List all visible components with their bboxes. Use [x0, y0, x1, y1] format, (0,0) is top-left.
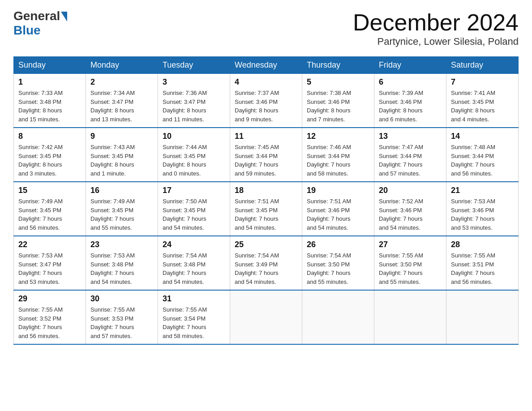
day-number: 2 — [90, 77, 153, 87]
day-number: 19 — [307, 186, 369, 195]
day-number: 3 — [163, 77, 225, 87]
day-cell — [374, 290, 446, 344]
day-info: Sunrise: 7:55 AMSunset: 3:51 PMDaylight:… — [451, 251, 514, 286]
day-cell: 1Sunrise: 7:33 AMSunset: 3:48 PMDaylight… — [14, 74, 86, 128]
day-cell — [302, 290, 374, 344]
day-cell: 13Sunrise: 7:47 AMSunset: 3:44 PMDayligh… — [374, 128, 446, 182]
day-info: Sunrise: 7:48 AMSunset: 3:44 PMDaylight:… — [451, 143, 514, 178]
day-info: Sunrise: 7:55 AMSunset: 3:54 PMDaylight:… — [163, 305, 225, 340]
page-header: General Blue December 2024 Partynice, Lo… — [13, 9, 519, 47]
day-info: Sunrise: 7:54 AMSunset: 3:50 PMDaylight:… — [307, 251, 369, 286]
day-cell: 21Sunrise: 7:53 AMSunset: 3:46 PMDayligh… — [446, 182, 519, 236]
day-info: Sunrise: 7:44 AMSunset: 3:45 PMDaylight:… — [163, 143, 225, 178]
day-info: Sunrise: 7:53 AMSunset: 3:46 PMDaylight:… — [451, 197, 514, 232]
day-cell: 19Sunrise: 7:51 AMSunset: 3:46 PMDayligh… — [302, 182, 374, 236]
calendar-table: SundayMondayTuesdayWednesdayThursdayFrid… — [13, 56, 519, 345]
day-info: Sunrise: 7:54 AMSunset: 3:49 PMDaylight:… — [235, 251, 297, 286]
day-cell — [230, 290, 302, 344]
day-cell: 26Sunrise: 7:54 AMSunset: 3:50 PMDayligh… — [302, 236, 374, 290]
title-section: December 2024 Partynice, Lower Silesia, … — [353, 9, 519, 47]
week-row-2: 8Sunrise: 7:42 AMSunset: 3:45 PMDaylight… — [14, 128, 519, 182]
day-number: 30 — [90, 294, 153, 304]
month-title: December 2024 — [353, 9, 519, 36]
day-cell: 25Sunrise: 7:54 AMSunset: 3:49 PMDayligh… — [230, 236, 302, 290]
location-title: Partynice, Lower Silesia, Poland — [353, 36, 519, 47]
day-number: 29 — [18, 294, 81, 304]
day-info: Sunrise: 7:33 AMSunset: 3:48 PMDaylight:… — [18, 89, 81, 124]
day-info: Sunrise: 7:53 AMSunset: 3:47 PMDaylight:… — [18, 251, 81, 286]
day-info: Sunrise: 7:36 AMSunset: 3:47 PMDaylight:… — [163, 89, 225, 124]
day-number: 20 — [379, 186, 442, 195]
day-number: 1 — [18, 77, 81, 87]
calendar-body: 1Sunrise: 7:33 AMSunset: 3:48 PMDaylight… — [14, 74, 519, 345]
day-number: 9 — [90, 132, 153, 141]
day-cell — [446, 290, 519, 344]
day-info: Sunrise: 7:41 AMSunset: 3:45 PMDaylight:… — [451, 89, 514, 124]
day-number: 24 — [163, 240, 225, 249]
day-info: Sunrise: 7:47 AMSunset: 3:44 PMDaylight:… — [379, 143, 442, 178]
day-cell: 30Sunrise: 7:55 AMSunset: 3:53 PMDayligh… — [86, 290, 158, 344]
day-cell: 3Sunrise: 7:36 AMSunset: 3:47 PMDaylight… — [158, 74, 230, 128]
header-friday: Friday — [374, 57, 446, 74]
week-row-4: 22Sunrise: 7:53 AMSunset: 3:47 PMDayligh… — [14, 236, 519, 290]
day-cell: 28Sunrise: 7:55 AMSunset: 3:51 PMDayligh… — [446, 236, 519, 290]
day-cell: 14Sunrise: 7:48 AMSunset: 3:44 PMDayligh… — [446, 128, 519, 182]
logo: General Blue — [13, 9, 67, 38]
day-info: Sunrise: 7:43 AMSunset: 3:45 PMDaylight:… — [90, 143, 153, 178]
day-number: 15 — [18, 186, 81, 195]
day-number: 31 — [163, 294, 225, 304]
week-row-3: 15Sunrise: 7:49 AMSunset: 3:45 PMDayligh… — [14, 182, 519, 236]
logo-blue-text: Blue — [13, 23, 41, 38]
day-info: Sunrise: 7:54 AMSunset: 3:48 PMDaylight:… — [163, 251, 225, 286]
day-cell: 12Sunrise: 7:46 AMSunset: 3:44 PMDayligh… — [302, 128, 374, 182]
day-cell: 5Sunrise: 7:38 AMSunset: 3:46 PMDaylight… — [302, 74, 374, 128]
day-number: 25 — [235, 240, 297, 249]
week-row-1: 1Sunrise: 7:33 AMSunset: 3:48 PMDaylight… — [14, 74, 519, 128]
day-cell: 24Sunrise: 7:54 AMSunset: 3:48 PMDayligh… — [158, 236, 230, 290]
day-cell: 10Sunrise: 7:44 AMSunset: 3:45 PMDayligh… — [158, 128, 230, 182]
day-cell: 23Sunrise: 7:53 AMSunset: 3:48 PMDayligh… — [86, 236, 158, 290]
day-cell: 6Sunrise: 7:39 AMSunset: 3:46 PMDaylight… — [374, 74, 446, 128]
day-info: Sunrise: 7:37 AMSunset: 3:46 PMDaylight:… — [235, 89, 297, 124]
header-row: SundayMondayTuesdayWednesdayThursdayFrid… — [14, 57, 519, 74]
day-cell: 22Sunrise: 7:53 AMSunset: 3:47 PMDayligh… — [14, 236, 86, 290]
day-cell: 2Sunrise: 7:34 AMSunset: 3:47 PMDaylight… — [86, 74, 158, 128]
day-number: 17 — [163, 186, 225, 195]
day-info: Sunrise: 7:42 AMSunset: 3:45 PMDaylight:… — [18, 143, 81, 178]
header-thursday: Thursday — [302, 57, 374, 74]
day-info: Sunrise: 7:46 AMSunset: 3:44 PMDaylight:… — [307, 143, 369, 178]
logo-general-text: General — [13, 9, 60, 23]
day-number: 12 — [307, 132, 369, 141]
day-info: Sunrise: 7:55 AMSunset: 3:50 PMDaylight:… — [379, 251, 442, 286]
day-cell: 8Sunrise: 7:42 AMSunset: 3:45 PMDaylight… — [14, 128, 86, 182]
header-sunday: Sunday — [14, 57, 86, 74]
day-number: 28 — [451, 240, 514, 249]
day-cell: 18Sunrise: 7:51 AMSunset: 3:45 PMDayligh… — [230, 182, 302, 236]
header-saturday: Saturday — [446, 57, 519, 74]
day-info: Sunrise: 7:49 AMSunset: 3:45 PMDaylight:… — [90, 197, 153, 232]
day-number: 4 — [235, 77, 297, 87]
day-info: Sunrise: 7:50 AMSunset: 3:45 PMDaylight:… — [163, 197, 225, 232]
day-number: 16 — [90, 186, 153, 195]
day-info: Sunrise: 7:53 AMSunset: 3:48 PMDaylight:… — [90, 251, 153, 286]
day-cell: 17Sunrise: 7:50 AMSunset: 3:45 PMDayligh… — [158, 182, 230, 236]
day-info: Sunrise: 7:45 AMSunset: 3:44 PMDaylight:… — [235, 143, 297, 178]
day-number: 27 — [379, 240, 442, 249]
day-number: 10 — [163, 132, 225, 141]
day-info: Sunrise: 7:51 AMSunset: 3:46 PMDaylight:… — [307, 197, 369, 232]
day-cell: 15Sunrise: 7:49 AMSunset: 3:45 PMDayligh… — [14, 182, 86, 236]
day-number: 21 — [451, 186, 514, 195]
day-cell: 16Sunrise: 7:49 AMSunset: 3:45 PMDayligh… — [86, 182, 158, 236]
day-number: 8 — [18, 132, 81, 141]
day-number: 23 — [90, 240, 153, 249]
day-number: 18 — [235, 186, 297, 195]
day-info: Sunrise: 7:49 AMSunset: 3:45 PMDaylight:… — [18, 197, 81, 232]
day-cell: 9Sunrise: 7:43 AMSunset: 3:45 PMDaylight… — [86, 128, 158, 182]
day-info: Sunrise: 7:38 AMSunset: 3:46 PMDaylight:… — [307, 89, 369, 124]
week-row-5: 29Sunrise: 7:55 AMSunset: 3:52 PMDayligh… — [14, 290, 519, 344]
day-info: Sunrise: 7:55 AMSunset: 3:52 PMDaylight:… — [18, 305, 81, 340]
day-number: 6 — [379, 77, 442, 87]
calendar-header: SundayMondayTuesdayWednesdayThursdayFrid… — [14, 57, 519, 74]
day-number: 22 — [18, 240, 81, 249]
day-info: Sunrise: 7:52 AMSunset: 3:46 PMDaylight:… — [379, 197, 442, 232]
